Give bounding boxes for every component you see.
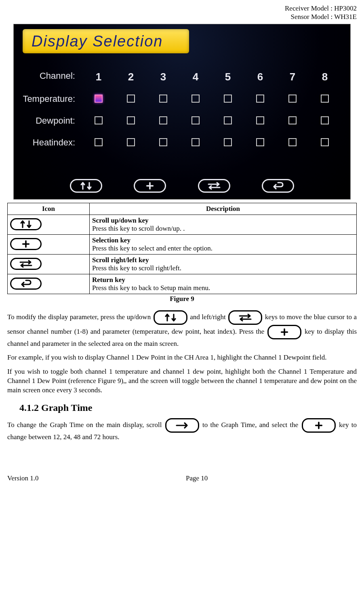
checkbox-heatindex-5[interactable] bbox=[224, 138, 232, 146]
channel-num: 6 bbox=[244, 71, 276, 83]
table-head-desc: Description bbox=[90, 203, 357, 215]
checkbox-dewpoint-2[interactable] bbox=[127, 116, 135, 124]
checkbox-temperature-7[interactable] bbox=[288, 95, 297, 103]
inline-right-icon bbox=[165, 418, 199, 433]
table-row: Selection key Press this key to select a… bbox=[8, 234, 357, 254]
checkbox-temperature-8[interactable] bbox=[321, 95, 329, 103]
inline-plus-icon bbox=[267, 325, 301, 339]
plus-button[interactable] bbox=[134, 179, 166, 193]
row-title: Scroll right/left key bbox=[92, 256, 149, 264]
checkbox-heatindex-1[interactable] bbox=[95, 138, 103, 146]
device-button-row bbox=[14, 179, 350, 193]
display-selection-banner: Display Selection bbox=[23, 29, 189, 53]
channel-num: 3 bbox=[147, 71, 179, 83]
paragraph-2: For example, if you wish to display Chan… bbox=[7, 353, 357, 362]
checkbox-dewpoint-6[interactable] bbox=[256, 116, 264, 124]
paragraph-1: To modify the display parameter, press t… bbox=[7, 310, 357, 349]
checkbox-dewpoint-8[interactable] bbox=[321, 116, 329, 124]
row-text: Press this key to select and enter the o… bbox=[92, 244, 213, 252]
row-title: Selection key bbox=[92, 236, 130, 244]
row-label-temperature: Temperature: bbox=[14, 94, 82, 105]
checkbox-heatindex-6[interactable] bbox=[256, 138, 264, 146]
channel-num: 1 bbox=[82, 71, 115, 83]
checkbox-dewpoint-5[interactable] bbox=[224, 116, 232, 124]
leftright-key-icon bbox=[10, 258, 42, 270]
display-selection-grid: Channel: 1 2 3 4 5 6 7 8 Temperature: De… bbox=[14, 71, 350, 149]
paragraph-4: To change the Graph Time on the main dis… bbox=[7, 418, 357, 442]
table-row: Return key Press this key to back to Set… bbox=[8, 274, 357, 294]
row-title: Return key bbox=[92, 276, 125, 284]
table-head-icon: Icon bbox=[8, 203, 90, 215]
inline-plus-icon bbox=[302, 418, 336, 433]
icon-cell-plus bbox=[8, 234, 90, 254]
updown-key-icon bbox=[10, 218, 42, 230]
inline-leftright-icon bbox=[228, 310, 262, 325]
checkbox-temperature-4[interactable] bbox=[191, 95, 200, 103]
icon-cell-return bbox=[8, 274, 90, 294]
return-button[interactable] bbox=[262, 179, 294, 193]
channel-num: 2 bbox=[115, 71, 147, 83]
row-label-dewpoint: Dewpoint: bbox=[14, 116, 82, 127]
checkbox-dewpoint-3[interactable] bbox=[159, 116, 167, 124]
checkbox-dewpoint-1[interactable] bbox=[95, 116, 103, 124]
checkbox-heatindex-8[interactable] bbox=[321, 138, 329, 146]
channel-num: 8 bbox=[309, 71, 341, 83]
checkbox-heatindex-7[interactable] bbox=[288, 138, 297, 146]
icon-cell-leftright bbox=[8, 254, 90, 274]
checkbox-temperature-1[interactable] bbox=[95, 95, 103, 103]
checkbox-temperature-6[interactable] bbox=[256, 95, 264, 103]
sensor-model: Sensor Model : WH31E bbox=[290, 13, 357, 21]
checkbox-dewpoint-7[interactable] bbox=[288, 116, 297, 124]
row-text: Press this key to scroll right/left. bbox=[92, 264, 181, 272]
checkbox-temperature-3[interactable] bbox=[159, 95, 167, 103]
inline-updown-icon bbox=[154, 310, 187, 325]
page-header: Receiver Model : HP3002 Sensor Model : W… bbox=[7, 4, 357, 21]
table-row: Scroll right/left key Press this key to … bbox=[8, 254, 357, 274]
leftright-button[interactable] bbox=[198, 179, 230, 193]
row-text: Press this key to scroll down/up. . bbox=[92, 225, 185, 232]
row-title: Scroll up/down key bbox=[92, 217, 149, 224]
device-screenshot: Display Selection Channel: 1 2 3 4 5 6 7… bbox=[13, 24, 351, 200]
updown-button[interactable] bbox=[70, 179, 102, 193]
checkbox-temperature-5[interactable] bbox=[224, 95, 232, 103]
channel-num: 5 bbox=[212, 71, 244, 83]
section-heading: 4.1.2 Graph Time bbox=[19, 402, 357, 413]
row-label-heatindex: Heatindex: bbox=[14, 137, 82, 149]
icon-cell-updown bbox=[8, 215, 90, 234]
checkbox-heatindex-3[interactable] bbox=[159, 138, 167, 146]
figure-caption: Figure 9 bbox=[7, 295, 357, 303]
plus-key-icon bbox=[10, 238, 42, 250]
version-label: Version 1.0 bbox=[7, 474, 38, 482]
return-key-icon bbox=[10, 278, 42, 290]
channel-num: 7 bbox=[276, 71, 309, 83]
table-row: Scroll up/down key Press this key to scr… bbox=[8, 215, 357, 234]
icon-description-table: Icon Description Scroll up/down key Pres… bbox=[7, 203, 357, 294]
page-footer: Version 1.0 Page 10 . bbox=[7, 474, 357, 482]
receiver-model: Receiver Model : HP3002 bbox=[285, 4, 357, 12]
paragraph-3: If you wish to toggle both channel 1 tem… bbox=[7, 367, 357, 395]
checkbox-heatindex-4[interactable] bbox=[191, 138, 200, 146]
channel-num: 4 bbox=[179, 71, 212, 83]
page-number: Page 10 bbox=[38, 474, 355, 482]
row-text: Press this key to back to Setup main men… bbox=[92, 284, 210, 292]
checkbox-temperature-2[interactable] bbox=[127, 95, 135, 103]
checkbox-heatindex-2[interactable] bbox=[127, 138, 135, 146]
row-label-channel: Channel: bbox=[14, 71, 82, 83]
checkbox-dewpoint-4[interactable] bbox=[191, 116, 200, 124]
